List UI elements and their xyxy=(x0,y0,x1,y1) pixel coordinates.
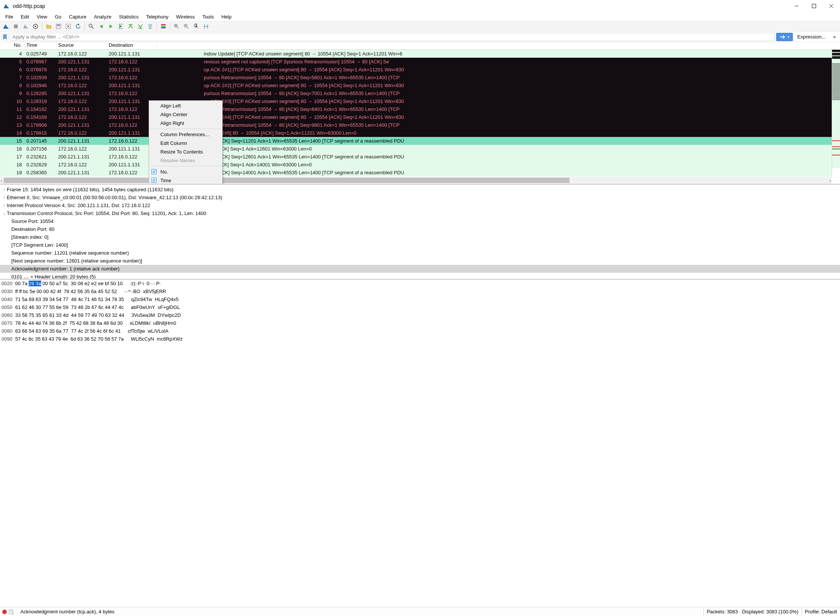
hex-row[interactable]: 0030 ff ff bc 5e 00 00 42 4f 78 42 56 35… xyxy=(2,289,838,296)
ctx-align-right[interactable]: Align Right xyxy=(149,119,222,128)
packet-row[interactable]: 110.154162200.121.1.131172.16.0.122purio… xyxy=(0,105,840,113)
packet-row[interactable]: 130.179906200.121.1.131172.16.0.122purio… xyxy=(0,121,840,129)
stop-capture-icon[interactable] xyxy=(11,22,20,31)
close-file-icon[interactable] xyxy=(64,22,73,31)
detail-tree-row[interactable]: ›Frame 15: 1454 bytes on wire (11632 bit… xyxy=(0,186,840,194)
detail-tree-row[interactable]: ›Ethernet II, Src: Vmware_c0:00:01 (00:5… xyxy=(0,194,840,201)
detail-tree-row[interactable]: [Stream index: 0] xyxy=(0,233,840,241)
ctx-column-prefs[interactable]: Column Preferences… xyxy=(149,130,222,139)
detail-tree-row[interactable]: Acknowledgment number: 1 (relative ack n… xyxy=(0,265,840,273)
chevron-right-icon[interactable]: › xyxy=(2,195,7,200)
menu-edit[interactable]: Edit xyxy=(17,13,33,20)
autoscroll-icon[interactable] xyxy=(146,22,155,31)
hex-row[interactable]: 0090 57 4c 6c 35 63 43 79 4e 6d 63 36 52… xyxy=(2,336,838,344)
ctx-col-time[interactable]: ✓Time xyxy=(149,176,222,185)
capture-options-icon[interactable] xyxy=(31,22,40,31)
next-packet-icon[interactable] xyxy=(106,22,115,31)
menu-statistics[interactable]: Statistics xyxy=(115,13,142,20)
hex-row[interactable]: 0050 61 62 46 30 77 55 6e 59 73 46 2b 67… xyxy=(2,304,838,312)
expression-button[interactable]: Expression... xyxy=(794,33,829,40)
apply-filter-button[interactable]: ▾ xyxy=(776,33,793,41)
packet-details-pane[interactable]: ›Frame 15: 1454 bytes on wire (11632 bit… xyxy=(0,185,840,280)
save-file-icon[interactable] xyxy=(54,22,63,31)
chevron-down-icon[interactable]: ⌄ xyxy=(2,211,7,215)
detail-tree-row[interactable]: 0101 .... = Header Length: 20 bytes (5) xyxy=(0,273,840,280)
chevron-right-icon[interactable]: › xyxy=(2,187,7,192)
menu-help[interactable]: Help xyxy=(218,13,235,20)
menu-wireless[interactable]: Wireless xyxy=(172,13,198,20)
open-file-icon[interactable] xyxy=(44,22,53,31)
menu-go[interactable]: Go xyxy=(51,13,65,20)
horizontal-scrollbar[interactable]: ‹› xyxy=(0,177,832,184)
filter-bookmark-icon[interactable] xyxy=(2,34,8,40)
menu-view[interactable]: View xyxy=(33,13,51,20)
menu-tools[interactable]: Tools xyxy=(198,13,217,20)
expert-info-icon[interactable] xyxy=(2,610,7,614)
packet-row[interactable]: 120.154169172.16.0.122200.121.1.131up AC… xyxy=(0,113,840,121)
goto-packet-icon[interactable] xyxy=(116,22,125,31)
menu-file[interactable]: File xyxy=(2,13,17,20)
hex-row[interactable]: 0070 78 4c 44 4d 74 38 6b 2f 75 42 68 38… xyxy=(2,320,838,328)
prev-packet-icon[interactable] xyxy=(97,22,106,31)
ctx-resize-contents[interactable]: Resize To Contents xyxy=(149,147,222,156)
packet-row[interactable]: 190.258365200.121.1.131172.16.0.122→ 80 … xyxy=(0,169,840,177)
restart-capture-icon[interactable] xyxy=(21,22,30,31)
menu-telephony[interactable]: Telephony xyxy=(142,13,172,20)
packet-bytes-pane[interactable]: 0020 00 7a 29 3a 00 50 a7 5c 30 08 e2 e2… xyxy=(0,280,840,607)
packet-minimap[interactable] xyxy=(832,50,840,177)
hex-row[interactable]: 0040 71 5a 69 63 39 34 54 77 48 4c 71 46… xyxy=(2,296,838,304)
detail-tree-row[interactable]: ›Internet Protocol Version 4, Src: 200.1… xyxy=(0,201,840,209)
colorize-icon[interactable] xyxy=(159,22,168,31)
packet-row[interactable]: 150.207145200.121.1.131172.16.0.122→ 80 … xyxy=(0,137,840,145)
maximize-button[interactable] xyxy=(805,0,823,12)
packet-row[interactable]: 50.076967200.121.1.131172.16.0.122reviou… xyxy=(0,58,840,66)
detail-tree-row[interactable]: Sequence number: 11201 (relative sequenc… xyxy=(0,249,840,257)
packet-row[interactable]: 170.232621200.121.1.131172.16.0.122→ 80 … xyxy=(0,153,840,161)
detail-tree-row[interactable]: Source Port: 10554 xyxy=(0,217,840,225)
ctx-align-center[interactable]: Align Center xyxy=(149,110,222,119)
packet-row[interactable]: 60.076978172.16.0.122200.121.1.131up ACK… xyxy=(0,66,840,74)
packet-row[interactable]: 100.128319172.16.0.122200.121.1.131up AC… xyxy=(0,97,840,105)
hex-row[interactable]: 0060 33 56 75 35 65 61 33 4d 44 59 77 49… xyxy=(2,312,838,320)
detail-tree-row[interactable]: [Next sequence number: 12601 (relative s… xyxy=(0,257,840,265)
packet-row[interactable]: 140.179915172.16.0.122200.121.1.131up AC… xyxy=(0,129,840,137)
packet-row[interactable]: 90.128285200.121.1.131172.16.0.122puriou… xyxy=(0,89,840,97)
ctx-edit-column[interactable]: Edit Column xyxy=(149,139,222,147)
packet-row[interactable]: 80.102946172.16.0.122200.121.1.131up ACK… xyxy=(0,81,840,89)
chevron-right-icon[interactable]: › xyxy=(2,203,7,207)
ctx-align-left[interactable]: Align Left xyxy=(149,101,222,110)
zoom-out-icon[interactable] xyxy=(182,22,191,31)
first-packet-icon[interactable] xyxy=(126,22,135,31)
packet-row[interactable]: 160.207156172.16.0.122200.121.1.1310554 … xyxy=(0,145,840,153)
reload-icon[interactable] xyxy=(74,22,83,31)
status-packet-count: Packets: 3083 · Displayed: 3083 (100.0%) xyxy=(704,607,802,616)
packet-row[interactable]: 40.025749172.16.0.122200.121.1.131indow … xyxy=(0,50,840,58)
zoom-in-icon[interactable] xyxy=(172,22,181,31)
close-button[interactable] xyxy=(823,0,840,12)
col-header-no[interactable]: No. xyxy=(0,42,25,49)
last-packet-icon[interactable] xyxy=(136,22,145,31)
packet-list-header[interactable]: No. Time Source Destination Protocol Len… xyxy=(0,42,840,50)
detail-tree-row[interactable]: [TCP Segment Len: 1400] xyxy=(0,241,840,249)
hex-row[interactable]: 0080 63 66 54 63 69 35 6a 77 77 4c 2f 56… xyxy=(2,328,838,336)
menu-capture[interactable]: Capture xyxy=(65,13,90,20)
col-header-destination[interactable]: Destination xyxy=(107,42,157,49)
detail-tree-row[interactable]: ⌄Transmission Control Protocol, Src Port… xyxy=(0,209,840,217)
search-icon[interactable] xyxy=(87,22,96,31)
minimize-button[interactable] xyxy=(788,0,805,12)
col-header-time[interactable]: Time xyxy=(25,42,57,49)
display-filter-input[interactable] xyxy=(10,33,775,41)
resize-columns-icon[interactable] xyxy=(202,22,211,31)
col-header-source[interactable]: Source xyxy=(57,42,107,49)
status-profile[interactable]: Profile: Default xyxy=(802,607,840,616)
start-capture-icon[interactable] xyxy=(2,22,11,31)
packet-row[interactable]: 70.102939200.121.1.131172.16.0.122puriou… xyxy=(0,74,840,81)
detail-tree-row[interactable]: Destination Port: 80 xyxy=(0,225,840,233)
zoom-reset-icon[interactable]: 1 xyxy=(192,22,201,31)
hex-row[interactable]: 0020 00 7a 29 3a 00 50 a7 5c 30 08 e2 e2… xyxy=(2,281,838,289)
add-filter-button[interactable]: ＋ xyxy=(830,33,838,41)
capture-file-properties-icon[interactable] xyxy=(8,609,14,615)
ctx-col-no[interactable]: ✓No. xyxy=(149,167,222,176)
packet-row[interactable]: 180.232629172.16.0.122200.121.1.1310554 … xyxy=(0,161,840,169)
menu-analyze[interactable]: Analyze xyxy=(90,13,115,20)
